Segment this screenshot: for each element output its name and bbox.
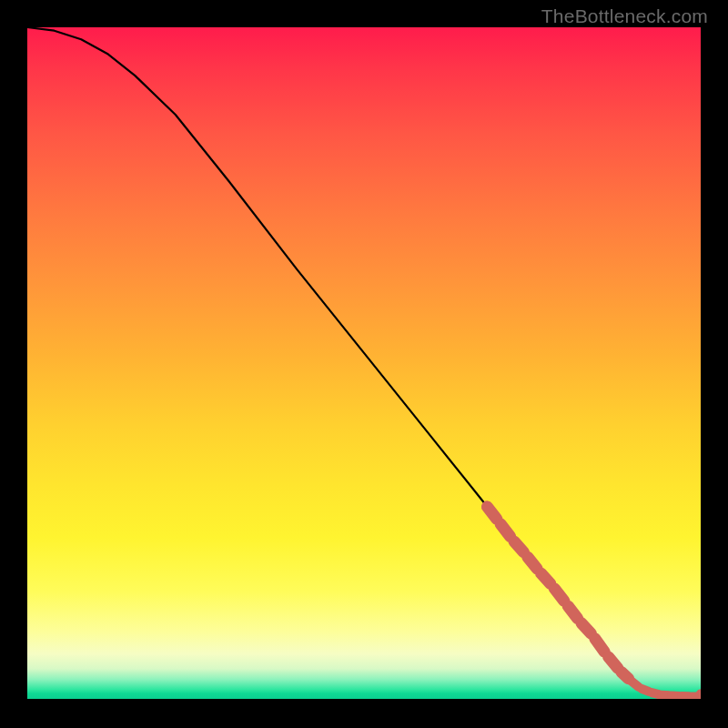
highlight-dash	[609, 657, 618, 668]
highlight-dash	[622, 672, 629, 679]
highlight-dash	[514, 541, 523, 552]
highlight-dash	[528, 557, 537, 569]
chart-plot-area	[27, 27, 701, 699]
highlight-markers	[487, 507, 701, 699]
chart-overlay-svg	[27, 27, 701, 699]
highlight-dash	[568, 606, 577, 618]
highlight-dash	[487, 507, 496, 519]
highlight-dash	[595, 639, 604, 652]
highlight-dash	[500, 524, 510, 536]
highlight-dash	[581, 623, 591, 633]
curve-line	[27, 27, 701, 697]
attribution-text: TheBottleneck.com	[541, 5, 708, 27]
highlight-dash	[554, 589, 563, 601]
highlight-dash	[632, 682, 639, 687]
highlight-dash	[541, 573, 551, 583]
